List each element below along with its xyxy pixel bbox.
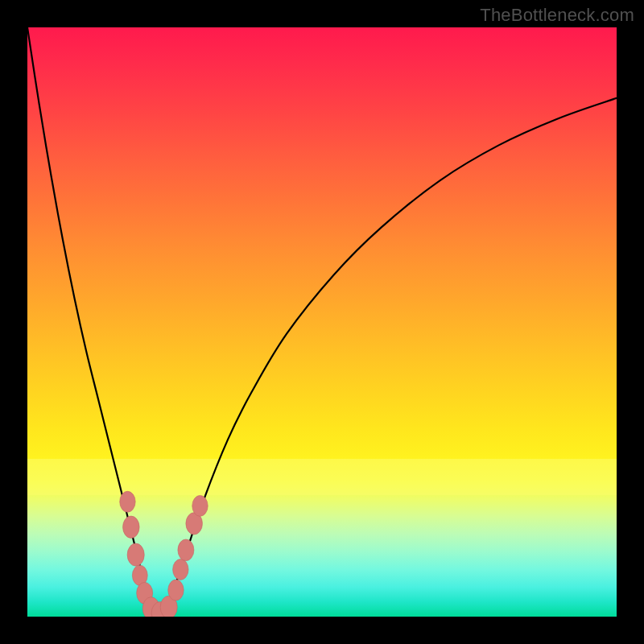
marker-point bbox=[168, 580, 184, 601]
marker-point bbox=[173, 559, 188, 580]
chart-svg bbox=[27, 27, 617, 617]
plot-frame bbox=[27, 27, 617, 617]
watermark-text: TheBottleneck.com bbox=[480, 5, 634, 26]
curve-markers bbox=[120, 491, 208, 617]
marker-point bbox=[178, 539, 194, 561]
marker-point bbox=[120, 491, 135, 512]
bottleneck-curve bbox=[27, 27, 617, 615]
marker-point bbox=[127, 543, 144, 566]
marker-point bbox=[192, 495, 208, 516]
marker-point bbox=[123, 516, 140, 538]
